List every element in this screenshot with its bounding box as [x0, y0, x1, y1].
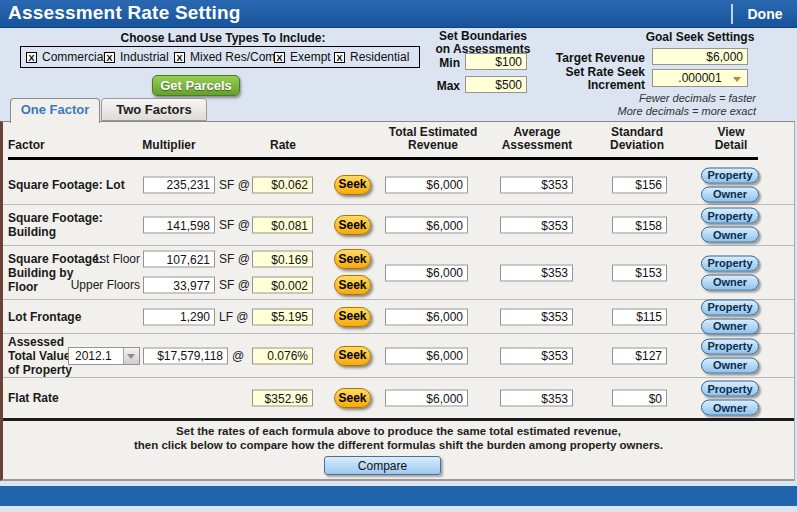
- factor-label: Lot Frontage: [8, 310, 140, 324]
- owner-button[interactable]: Owner: [701, 400, 759, 416]
- multiplier-input[interactable]: [143, 251, 215, 268]
- checkbox-residential[interactable]: X Residential: [334, 50, 409, 64]
- multiplier-input[interactable]: [143, 217, 215, 234]
- col-header-average: Average Assessment: [487, 126, 587, 152]
- unit-label: SF @: [219, 178, 250, 192]
- owner-button[interactable]: Owner: [701, 357, 759, 373]
- rate-input[interactable]: [252, 277, 313, 294]
- average-field[interactable]: [500, 347, 573, 364]
- checkbox-label: Industrial: [120, 50, 169, 64]
- property-button[interactable]: Property: [701, 255, 759, 271]
- multiplier-input[interactable]: [143, 176, 215, 193]
- sub-row-label: Upper Floors: [58, 278, 140, 292]
- owner-button[interactable]: Owner: [701, 274, 759, 290]
- property-button[interactable]: Property: [701, 299, 759, 315]
- table-row-flat-rate: Flat Rate Seek Property Owner: [3, 378, 794, 418]
- compare-button[interactable]: Compare: [324, 456, 441, 475]
- footer-separator: [3, 418, 794, 421]
- min-input[interactable]: [465, 53, 527, 70]
- property-button[interactable]: Property: [701, 208, 759, 224]
- property-button[interactable]: Property: [701, 167, 759, 183]
- unit-label: SF @: [219, 252, 250, 266]
- owner-button[interactable]: Owner: [701, 227, 759, 243]
- rate-input[interactable]: [252, 176, 313, 193]
- revenue-field[interactable]: [385, 347, 468, 364]
- assessment-year-select[interactable]: 2012.1: [68, 347, 140, 365]
- std-dev-field[interactable]: [612, 347, 667, 364]
- checkbox-checked-icon[interactable]: X: [26, 52, 37, 63]
- revenue-field[interactable]: [385, 390, 468, 407]
- average-field[interactable]: [500, 390, 573, 407]
- dropdown-button[interactable]: [123, 348, 139, 364]
- checkbox-mixed-res-com[interactable]: X Mixed Res/Com: [174, 50, 275, 64]
- factor-label: Square Footage: Building: [8, 211, 140, 239]
- rate-input[interactable]: [252, 308, 313, 325]
- seek-button[interactable]: Seek: [334, 215, 371, 235]
- checkbox-label: Residential: [350, 50, 409, 64]
- col-header-multiplier: Multiplier: [119, 139, 219, 152]
- rate-input[interactable]: [252, 390, 313, 407]
- unit-label: SF @: [219, 278, 250, 292]
- target-revenue-input[interactable]: [652, 48, 748, 65]
- average-field[interactable]: [500, 264, 573, 281]
- view-detail-buttons: Property Owner: [701, 255, 759, 290]
- multiplier-input[interactable]: [143, 347, 228, 364]
- seek-button[interactable]: Seek: [334, 307, 371, 327]
- tab-two-factors[interactable]: Two Factors: [101, 98, 207, 121]
- assessment-rate-setting-window: Assessment Rate Setting Done Choose Land…: [0, 0, 797, 512]
- table-row-sqft-by-floor: Square Footage: Building by Floor 1st Fl…: [3, 246, 794, 300]
- std-dev-field[interactable]: [612, 176, 667, 193]
- seek-button[interactable]: Seek: [334, 249, 371, 269]
- seek-button[interactable]: Seek: [334, 388, 371, 408]
- sub-row-label: 1st Floor: [58, 252, 140, 266]
- done-button[interactable]: Done: [738, 4, 792, 24]
- owner-button[interactable]: Owner: [701, 318, 759, 334]
- revenue-field[interactable]: [385, 308, 468, 325]
- revenue-field[interactable]: [385, 264, 468, 281]
- average-field[interactable]: [500, 217, 573, 234]
- checkbox-checked-icon[interactable]: X: [334, 52, 345, 63]
- table-row-sqft-building: Square Footage: Building SF @ Seek Prope…: [3, 205, 794, 246]
- footer-instructions-line1: Set the rates of each formula above to p…: [3, 425, 794, 437]
- std-dev-field[interactable]: [612, 308, 667, 325]
- rate-seek-increment-select[interactable]: .000001: [652, 69, 748, 87]
- view-detail-buttons: Property Owner: [701, 208, 759, 243]
- std-dev-field[interactable]: [612, 217, 667, 234]
- get-parcels-button[interactable]: Get Parcels: [152, 75, 240, 96]
- checkbox-checked-icon[interactable]: X: [274, 52, 285, 63]
- checkbox-exempt[interactable]: X Exempt: [274, 50, 331, 64]
- min-label: Min: [425, 56, 460, 70]
- seek-button[interactable]: Seek: [334, 346, 371, 366]
- owner-button[interactable]: Owner: [701, 186, 759, 202]
- average-field[interactable]: [500, 308, 573, 325]
- table-row-assessed-value: Assessed Total Value of Property 2012.1 …: [3, 334, 794, 378]
- checkbox-commercial[interactable]: X Commercial: [26, 50, 106, 64]
- revenue-field[interactable]: [385, 217, 468, 234]
- bottom-bar: [0, 486, 797, 506]
- land-use-group: X Commercial X Industrial X Mixed Res/Co…: [20, 46, 420, 68]
- seek-button[interactable]: Seek: [334, 175, 371, 195]
- max-input[interactable]: [465, 76, 527, 93]
- rate-input[interactable]: [252, 251, 313, 268]
- multiplier-input[interactable]: [143, 308, 215, 325]
- view-detail-buttons: Property Owner: [701, 338, 759, 373]
- average-field[interactable]: [500, 176, 573, 193]
- checkbox-label: Mixed Res/Com: [190, 50, 275, 64]
- rate-input[interactable]: [252, 347, 313, 364]
- checkbox-checked-icon[interactable]: X: [174, 52, 185, 63]
- seek-button[interactable]: Seek: [334, 275, 371, 295]
- checkbox-industrial[interactable]: X Industrial: [104, 50, 169, 64]
- col-header-rate: Rate: [233, 139, 333, 152]
- rate-input[interactable]: [252, 217, 313, 234]
- tab-one-factor[interactable]: One Factor: [10, 98, 100, 123]
- std-dev-field[interactable]: [612, 264, 667, 281]
- revenue-field[interactable]: [385, 176, 468, 193]
- property-button[interactable]: Property: [701, 338, 759, 354]
- property-button[interactable]: Property: [701, 381, 759, 397]
- checkbox-checked-icon[interactable]: X: [104, 52, 115, 63]
- std-dev-field[interactable]: [612, 390, 667, 407]
- year-value: 2012.1: [75, 349, 112, 364]
- checkbox-label: Commercial: [42, 50, 106, 64]
- increment-value: .000001: [678, 71, 721, 85]
- multiplier-input[interactable]: [143, 277, 215, 294]
